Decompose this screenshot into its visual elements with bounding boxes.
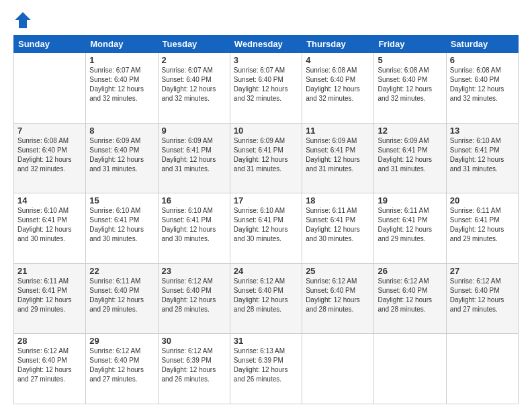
- day-info: Sunrise: 6:10 AM Sunset: 6:41 PM Dayligh…: [17, 206, 82, 244]
- day-number: 1: [89, 55, 154, 65]
- day-number: 2: [162, 55, 226, 65]
- calendar-cell: 29Sunrise: 6:12 AM Sunset: 6:40 PM Dayli…: [86, 334, 158, 404]
- day-info: Sunrise: 6:10 AM Sunset: 6:41 PM Dayligh…: [89, 206, 154, 244]
- calendar-cell: 27Sunrise: 6:12 AM Sunset: 6:40 PM Dayli…: [446, 263, 518, 334]
- day-number: 25: [306, 266, 370, 276]
- day-header-wednesday: Wednesday: [230, 36, 302, 53]
- day-info: Sunrise: 6:11 AM Sunset: 6:41 PM Dayligh…: [306, 206, 370, 244]
- calendar-week-row: 7Sunrise: 6:08 AM Sunset: 6:40 PM Daylig…: [14, 123, 519, 193]
- day-header-tuesday: Tuesday: [158, 36, 230, 53]
- day-number: 12: [378, 126, 442, 136]
- calendar-cell: 2Sunrise: 6:07 AM Sunset: 6:40 PM Daylig…: [158, 53, 230, 124]
- day-info: Sunrise: 6:11 AM Sunset: 6:41 PM Dayligh…: [378, 206, 442, 244]
- calendar-cell: 4Sunrise: 6:08 AM Sunset: 6:40 PM Daylig…: [302, 53, 374, 124]
- day-number: 6: [450, 55, 515, 65]
- day-number: 19: [378, 195, 442, 205]
- calendar-header-row: SundayMondayTuesdayWednesdayThursdayFrid…: [14, 36, 519, 53]
- calendar-cell: [302, 334, 374, 404]
- calendar-cell: 14Sunrise: 6:10 AM Sunset: 6:41 PM Dayli…: [14, 193, 86, 264]
- calendar-week-row: 28Sunrise: 6:12 AM Sunset: 6:40 PM Dayli…: [14, 334, 519, 404]
- calendar-cell: [374, 334, 446, 404]
- day-number: 5: [378, 55, 442, 65]
- day-header-saturday: Saturday: [446, 36, 518, 53]
- day-number: 22: [89, 266, 154, 276]
- day-number: 3: [234, 55, 298, 65]
- day-number: 11: [306, 126, 370, 136]
- day-info: Sunrise: 6:12 AM Sunset: 6:40 PM Dayligh…: [89, 347, 154, 384]
- day-info: Sunrise: 6:13 AM Sunset: 6:39 PM Dayligh…: [234, 347, 298, 384]
- day-info: Sunrise: 6:12 AM Sunset: 6:40 PM Dayligh…: [162, 277, 226, 314]
- day-header-monday: Monday: [86, 36, 158, 53]
- logo-icon: [13, 11, 32, 30]
- calendar-cell: 9Sunrise: 6:09 AM Sunset: 6:41 PM Daylig…: [158, 123, 230, 193]
- day-header-sunday: Sunday: [14, 36, 86, 53]
- day-number: 18: [306, 195, 370, 205]
- calendar-cell: 13Sunrise: 6:10 AM Sunset: 6:41 PM Dayli…: [446, 123, 518, 193]
- calendar-cell: 16Sunrise: 6:10 AM Sunset: 6:41 PM Dayli…: [158, 193, 230, 264]
- day-number: 15: [89, 195, 154, 205]
- day-header-thursday: Thursday: [302, 36, 374, 53]
- day-number: 31: [234, 336, 298, 346]
- calendar-cell: 6Sunrise: 6:08 AM Sunset: 6:40 PM Daylig…: [446, 53, 518, 124]
- day-info: Sunrise: 6:10 AM Sunset: 6:41 PM Dayligh…: [234, 206, 298, 244]
- day-header-friday: Friday: [374, 36, 446, 53]
- calendar-cell: 11Sunrise: 6:09 AM Sunset: 6:41 PM Dayli…: [302, 123, 374, 193]
- day-number: 28: [17, 336, 82, 346]
- day-info: Sunrise: 6:12 AM Sunset: 6:40 PM Dayligh…: [306, 277, 370, 314]
- day-number: 16: [162, 195, 226, 205]
- day-number: 26: [378, 266, 442, 276]
- calendar-cell: 23Sunrise: 6:12 AM Sunset: 6:40 PM Dayli…: [158, 263, 230, 334]
- calendar-cell: 7Sunrise: 6:08 AM Sunset: 6:40 PM Daylig…: [14, 123, 86, 193]
- day-number: 30: [162, 336, 226, 346]
- day-number: 7: [17, 126, 82, 136]
- calendar-cell: 12Sunrise: 6:09 AM Sunset: 6:41 PM Dayli…: [374, 123, 446, 193]
- day-info: Sunrise: 6:08 AM Sunset: 6:40 PM Dayligh…: [450, 66, 515, 103]
- calendar-cell: [14, 53, 86, 124]
- calendar-cell: 28Sunrise: 6:12 AM Sunset: 6:40 PM Dayli…: [14, 334, 86, 404]
- day-number: 24: [234, 266, 298, 276]
- day-info: Sunrise: 6:07 AM Sunset: 6:40 PM Dayligh…: [89, 66, 154, 103]
- day-info: Sunrise: 6:10 AM Sunset: 6:41 PM Dayligh…: [162, 206, 226, 244]
- logo: [13, 11, 35, 30]
- day-info: Sunrise: 6:07 AM Sunset: 6:40 PM Dayligh…: [234, 66, 298, 103]
- calendar-cell: 3Sunrise: 6:07 AM Sunset: 6:40 PM Daylig…: [230, 53, 302, 124]
- calendar-week-row: 21Sunrise: 6:11 AM Sunset: 6:41 PM Dayli…: [14, 263, 519, 334]
- header: [13, 11, 519, 30]
- calendar-cell: 8Sunrise: 6:09 AM Sunset: 6:40 PM Daylig…: [86, 123, 158, 193]
- day-info: Sunrise: 6:11 AM Sunset: 6:41 PM Dayligh…: [450, 206, 515, 244]
- calendar-cell: 25Sunrise: 6:12 AM Sunset: 6:40 PM Dayli…: [302, 263, 374, 334]
- calendar-cell: 22Sunrise: 6:11 AM Sunset: 6:40 PM Dayli…: [86, 263, 158, 334]
- day-info: Sunrise: 6:11 AM Sunset: 6:41 PM Dayligh…: [17, 277, 82, 314]
- day-number: 20: [450, 195, 515, 205]
- calendar-cell: 24Sunrise: 6:12 AM Sunset: 6:40 PM Dayli…: [230, 263, 302, 334]
- day-info: Sunrise: 6:07 AM Sunset: 6:40 PM Dayligh…: [162, 66, 226, 103]
- day-info: Sunrise: 6:12 AM Sunset: 6:40 PM Dayligh…: [378, 277, 442, 314]
- day-info: Sunrise: 6:11 AM Sunset: 6:40 PM Dayligh…: [89, 277, 154, 314]
- day-info: Sunrise: 6:09 AM Sunset: 6:41 PM Dayligh…: [378, 136, 442, 174]
- calendar-cell: 5Sunrise: 6:08 AM Sunset: 6:40 PM Daylig…: [374, 53, 446, 124]
- day-number: 10: [234, 126, 298, 136]
- calendar-table: SundayMondayTuesdayWednesdayThursdayFrid…: [13, 35, 519, 404]
- day-info: Sunrise: 6:09 AM Sunset: 6:41 PM Dayligh…: [162, 136, 226, 174]
- day-info: Sunrise: 6:09 AM Sunset: 6:41 PM Dayligh…: [306, 136, 370, 174]
- svg-marker-0: [15, 12, 31, 28]
- day-info: Sunrise: 6:12 AM Sunset: 6:39 PM Dayligh…: [162, 347, 226, 384]
- day-info: Sunrise: 6:08 AM Sunset: 6:40 PM Dayligh…: [17, 136, 82, 174]
- day-info: Sunrise: 6:10 AM Sunset: 6:41 PM Dayligh…: [450, 136, 515, 174]
- calendar-week-row: 14Sunrise: 6:10 AM Sunset: 6:41 PM Dayli…: [14, 193, 519, 264]
- day-number: 14: [17, 195, 82, 205]
- day-number: 9: [162, 126, 226, 136]
- calendar-cell: 21Sunrise: 6:11 AM Sunset: 6:41 PM Dayli…: [14, 263, 86, 334]
- calendar-cell: 17Sunrise: 6:10 AM Sunset: 6:41 PM Dayli…: [230, 193, 302, 264]
- calendar-cell: 18Sunrise: 6:11 AM Sunset: 6:41 PM Dayli…: [302, 193, 374, 264]
- page: SundayMondayTuesdayWednesdayThursdayFrid…: [0, 0, 532, 411]
- day-number: 4: [306, 55, 370, 65]
- day-info: Sunrise: 6:08 AM Sunset: 6:40 PM Dayligh…: [306, 66, 370, 103]
- calendar-cell: 10Sunrise: 6:09 AM Sunset: 6:41 PM Dayli…: [230, 123, 302, 193]
- calendar-cell: [446, 334, 518, 404]
- day-number: 27: [450, 266, 515, 276]
- day-info: Sunrise: 6:12 AM Sunset: 6:40 PM Dayligh…: [234, 277, 298, 314]
- calendar-week-row: 1Sunrise: 6:07 AM Sunset: 6:40 PM Daylig…: [14, 53, 519, 124]
- day-number: 29: [89, 336, 154, 346]
- day-info: Sunrise: 6:09 AM Sunset: 6:40 PM Dayligh…: [89, 136, 154, 174]
